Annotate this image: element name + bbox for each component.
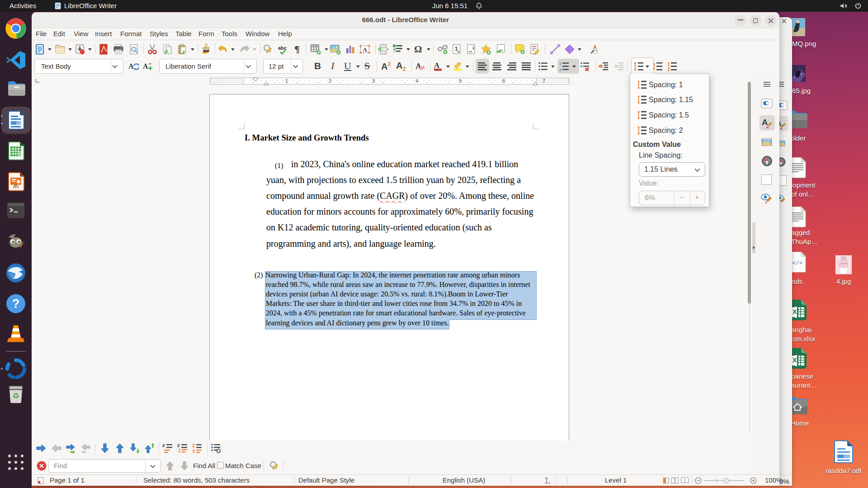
svg-text:Ω: Ω	[414, 44, 422, 55]
svg-text:i: i	[473, 45, 474, 51]
svg-text:A: A	[128, 62, 134, 70]
svg-text:¶: ¶	[294, 44, 300, 55]
svg-text:A: A	[434, 61, 440, 70]
svg-text:A: A	[762, 117, 768, 127]
svg-text:3: 3	[192, 448, 195, 454]
svg-text:1: 1	[455, 46, 458, 52]
svg-text:1: 1	[178, 448, 181, 453]
svg-text:2: 2	[192, 443, 195, 448]
svg-text:X: X	[793, 308, 797, 315]
svg-text:A: A	[143, 62, 148, 70]
svg-text:1: 1	[559, 61, 561, 66]
svg-text:2: 2	[559, 68, 561, 72]
svg-text:#: #	[162, 443, 165, 448]
svg-text:♻: ♻	[12, 392, 19, 400]
svg-text:A: A	[363, 46, 368, 53]
svg-text:?: ?	[12, 297, 20, 310]
svg-text:</>: </>	[792, 260, 803, 267]
svg-text:X: X	[793, 357, 797, 364]
